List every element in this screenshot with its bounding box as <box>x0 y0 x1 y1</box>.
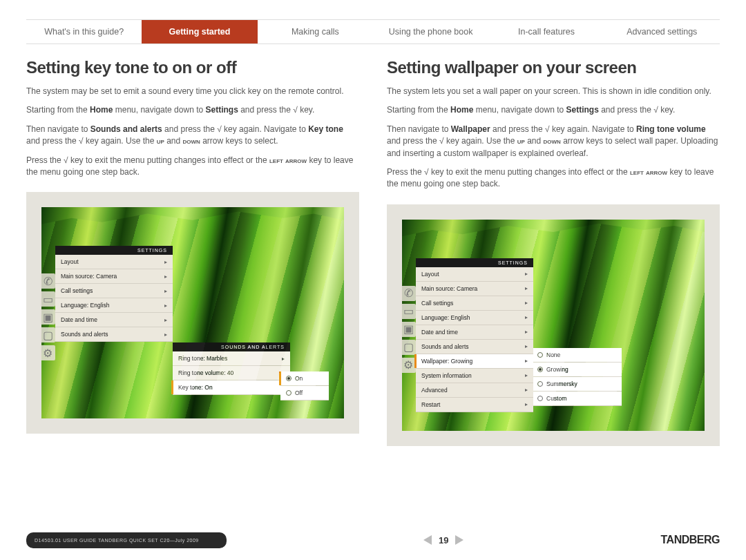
left-title: Setting key tone to on or off <box>26 58 359 77</box>
phone-icon: ✆ <box>401 286 416 301</box>
left-sounds-submenu: SOUNDS AND ALERTS Ring tone: Marbles▸ Ri… <box>173 342 290 395</box>
opt-summersky[interactable]: Summersky <box>532 377 622 392</box>
radio-icon <box>537 352 543 358</box>
left-p4: Press the √ key to exit the menu putting… <box>26 155 359 179</box>
right-p2: Starting from the Home menu, navigate do… <box>387 104 720 116</box>
right-iconbar: ✆ ▭ ▣ ▢ ⚙ <box>401 286 416 373</box>
menu-main-source[interactable]: Main source: Camera▸ <box>55 269 173 284</box>
left-keytone-options: On Off <box>280 371 329 400</box>
menu-header: SETTINGS <box>55 246 173 255</box>
menu-language[interactable]: Language: English▸ <box>416 311 533 325</box>
radio-icon <box>537 396 543 401</box>
nav-making-calls[interactable]: Making calls <box>258 20 373 44</box>
settings-icon: ⚙ <box>40 345 55 360</box>
radio-icon <box>537 381 543 387</box>
opt-on[interactable]: On <box>280 371 329 386</box>
submenu-header: SOUNDS AND ALERTS <box>173 342 290 351</box>
sub-ringvolume[interactable]: Ring tone volume: 40▸ <box>173 366 290 380</box>
right-title: Setting wallpaper on your screen <box>387 58 720 77</box>
nav-phone-book[interactable]: Using the phone book <box>373 20 488 44</box>
right-p4: Press the √ key to exit the menu putting… <box>387 166 720 191</box>
right-p1: The system lets you set a wall paper on … <box>387 86 720 97</box>
footer: D14503.01 USER GUIDE TANDBERG QUICK SET … <box>26 527 720 553</box>
left-p2: Starting from the Home menu, navigate do… <box>26 104 359 116</box>
pager: 19 <box>423 535 463 545</box>
top-nav: What's in this guide? Getting started Ma… <box>26 19 720 44</box>
menu-call-settings[interactable]: Call settings▸ <box>416 296 533 311</box>
menu-main-source[interactable]: Main source: Camera▸ <box>416 282 533 296</box>
settings-icon: ⚙ <box>401 358 416 373</box>
left-iconbar: ✆ ▭ ▣ ▢ ⚙ <box>40 273 55 360</box>
menu-layout[interactable]: Layout▸ <box>55 255 173 269</box>
right-wallpaper-options: None Growing Summersky Custom <box>532 348 622 406</box>
nav-advanced[interactable]: Advanced settings <box>604 20 720 44</box>
doc-id: D14503.01 USER GUIDE TANDBERG QUICK SET … <box>26 532 227 548</box>
sub-keytone[interactable]: Key tone: On▸ <box>173 380 290 395</box>
menu-sounds-alerts[interactable]: Sounds and alerts▸ <box>55 327 173 342</box>
menu-sounds-alerts[interactable]: Sounds and alerts▸ <box>416 340 533 354</box>
menu-call-settings[interactable]: Call settings▸ <box>55 284 173 298</box>
radio-icon <box>286 376 291 381</box>
menu-advanced[interactable]: Advanced▸ <box>416 383 533 398</box>
opt-growing[interactable]: Growing <box>532 363 622 377</box>
menu-date-time[interactable]: Date and time▸ <box>55 313 173 327</box>
camera-icon: ▣ <box>401 322 416 337</box>
radio-icon <box>537 367 543 372</box>
opt-off[interactable]: Off <box>280 386 329 400</box>
right-screenshot: ✆ ▭ ▣ ▢ ⚙ SETTINGS Layout▸ Main source: … <box>387 204 720 446</box>
left-column: Setting key tone to on or off The system… <box>26 58 359 446</box>
radio-icon <box>286 390 291 396</box>
menu-layout[interactable]: Layout▸ <box>416 267 533 282</box>
display-icon: ▢ <box>40 327 55 342</box>
opt-custom[interactable]: Custom <box>532 392 622 406</box>
sub-ringtone[interactable]: Ring tone: Marbles▸ <box>173 351 290 366</box>
prev-page-icon[interactable] <box>423 535 432 545</box>
next-page-icon[interactable] <box>455 535 463 545</box>
book-icon: ▭ <box>40 291 55 307</box>
right-settings-menu: SETTINGS Layout▸ Main source: Camera▸ Ca… <box>416 258 533 412</box>
brand-logo: TANDBERG <box>661 534 720 546</box>
opt-none[interactable]: None <box>532 348 622 363</box>
display-icon: ▢ <box>401 340 416 355</box>
nav-whats-in-guide[interactable]: What's in this guide? <box>26 20 142 44</box>
menu-language[interactable]: Language: English▸ <box>55 298 173 313</box>
right-p3: Then navigate to Wallpaper and press the… <box>387 124 720 160</box>
nav-in-call[interactable]: In-call features <box>488 20 604 44</box>
left-p1: The system may be set to emit a sound ev… <box>26 86 359 97</box>
left-screenshot: ✆ ▭ ▣ ▢ ⚙ SETTINGS Layout▸ Main source: … <box>26 192 359 434</box>
book-icon: ▭ <box>401 304 416 319</box>
menu-date-time[interactable]: Date and time▸ <box>416 325 533 340</box>
menu-sysinfo[interactable]: System information▸ <box>416 369 533 383</box>
menu-header: SETTINGS <box>416 258 533 267</box>
right-column: Setting wallpaper on your screen The sys… <box>387 58 720 446</box>
menu-restart[interactable]: Restart▸ <box>416 398 533 412</box>
menu-wallpaper[interactable]: Wallpaper: Growing▸ <box>416 354 533 369</box>
page-number: 19 <box>439 535 448 545</box>
left-p3: Then navigate to Sounds and alerts and p… <box>26 124 359 148</box>
nav-getting-started[interactable]: Getting started <box>142 20 257 44</box>
phone-icon: ✆ <box>40 273 55 289</box>
left-settings-menu: SETTINGS Layout▸ Main source: Camera▸ Ca… <box>55 246 173 342</box>
camera-icon: ▣ <box>40 309 55 325</box>
